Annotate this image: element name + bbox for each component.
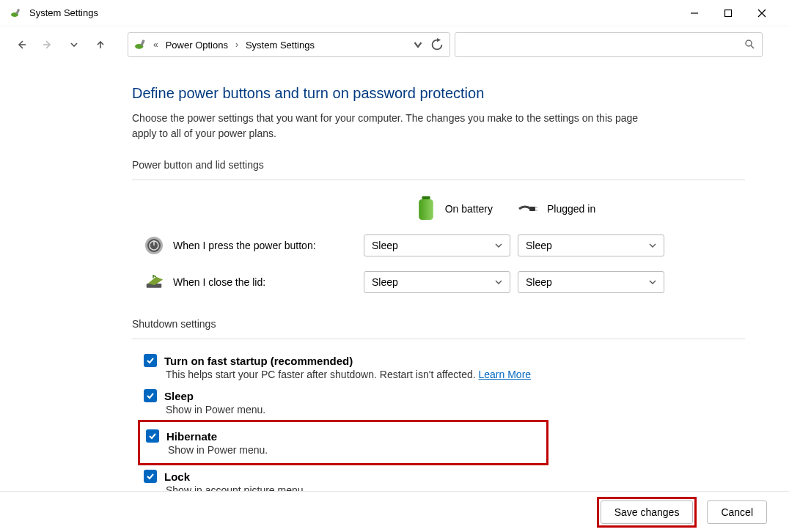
laptop-lid-icon bbox=[144, 272, 164, 292]
page-title: Define power buttons and turn on passwor… bbox=[132, 85, 745, 102]
select-lid-battery[interactable]: Sleep bbox=[364, 271, 510, 293]
breadcrumb-power-options[interactable]: Power Options bbox=[164, 38, 230, 52]
power-button-icon bbox=[144, 235, 164, 256]
column-label-plugged: Plugged in bbox=[547, 203, 595, 215]
svg-rect-13 bbox=[419, 199, 433, 220]
chevron-right-icon: › bbox=[235, 40, 238, 50]
divider bbox=[132, 339, 745, 339]
power-options-icon bbox=[134, 38, 147, 51]
svg-line-11 bbox=[751, 45, 754, 48]
refresh-icon[interactable] bbox=[430, 38, 444, 51]
checkbox-sleep[interactable] bbox=[144, 389, 157, 402]
select-value: Sleep bbox=[372, 276, 398, 288]
svg-rect-14 bbox=[529, 207, 535, 211]
content-area: Define power buttons and turn on passwor… bbox=[0, 63, 789, 500]
row-label-close-lid: When I close the lid: bbox=[173, 276, 265, 288]
checkbox-hibernate[interactable] bbox=[146, 429, 159, 443]
cancel-button[interactable]: Cancel bbox=[707, 500, 767, 524]
close-button[interactable] bbox=[745, 0, 779, 26]
option-fast-startup: Turn on fast startup (recommended) This … bbox=[144, 350, 745, 385]
select-power-plugged[interactable]: Sleep bbox=[518, 234, 664, 256]
option-sleep: Sleep Show in Power menu. bbox=[144, 385, 745, 420]
column-label-battery: On battery bbox=[445, 203, 493, 215]
select-value: Sleep bbox=[526, 240, 552, 251]
select-value: Sleep bbox=[372, 240, 398, 251]
save-button[interactable]: Save changes bbox=[601, 500, 694, 524]
address-bar[interactable]: « Power Options › System Settings bbox=[128, 32, 450, 57]
page-description: Choose the power settings that you want … bbox=[132, 111, 660, 141]
svg-rect-9 bbox=[140, 40, 144, 46]
chevron-down-icon bbox=[495, 242, 502, 249]
select-power-battery[interactable]: Sleep bbox=[364, 234, 510, 256]
maximize-button[interactable] bbox=[711, 0, 745, 26]
titlebar: System Settings bbox=[0, 0, 789, 26]
select-lid-plugged[interactable]: Sleep bbox=[518, 271, 664, 293]
option-description: This helps start your PC faster after sh… bbox=[166, 369, 745, 380]
column-header-battery: On battery bbox=[364, 191, 510, 227]
column-header-plugged: Plugged in bbox=[518, 191, 664, 227]
section-power-button: Power button and lid settings On battery… bbox=[132, 159, 745, 300]
chevron-left-icon: « bbox=[153, 40, 158, 50]
search-icon bbox=[744, 39, 755, 51]
checkbox-fast-startup[interactable] bbox=[144, 354, 157, 367]
up-button[interactable] bbox=[89, 34, 111, 56]
navbar: « Power Options › System Settings bbox=[0, 26, 789, 63]
option-title: Turn on fast startup (recommended) bbox=[164, 355, 353, 367]
chevron-down-icon bbox=[649, 278, 656, 286]
highlight-save: Save changes bbox=[597, 497, 697, 528]
svg-rect-12 bbox=[422, 196, 430, 199]
forward-button[interactable] bbox=[37, 34, 59, 56]
option-title: Sleep bbox=[164, 390, 194, 402]
option-title: Hibernate bbox=[166, 430, 217, 443]
minimize-button[interactable] bbox=[678, 0, 711, 26]
chevron-down-icon bbox=[649, 242, 656, 249]
svg-point-10 bbox=[746, 40, 752, 46]
learn-more-link[interactable]: Learn More bbox=[479, 369, 532, 380]
select-value: Sleep bbox=[526, 276, 552, 288]
history-button[interactable] bbox=[63, 34, 85, 56]
checkbox-lock[interactable] bbox=[144, 470, 157, 483]
section-heading-shutdown: Shutdown settings bbox=[132, 318, 745, 331]
row-label-power-button: When I press the power button: bbox=[173, 240, 316, 251]
row-close-lid: When I close the lid: bbox=[144, 264, 356, 300]
highlight-hibernate: Hibernate Show in Power menu. bbox=[138, 420, 548, 465]
row-power-button: When I press the power button: bbox=[144, 227, 356, 264]
section-heading-power-button: Power button and lid settings bbox=[132, 159, 745, 172]
option-title: Lock bbox=[164, 470, 190, 483]
plug-icon bbox=[518, 199, 538, 219]
search-box[interactable] bbox=[455, 32, 763, 57]
svg-rect-1 bbox=[15, 8, 20, 14]
footer: Save changes Cancel bbox=[0, 491, 789, 532]
back-button[interactable] bbox=[10, 34, 32, 56]
option-hibernate: Hibernate Show in Power menu. bbox=[146, 425, 540, 460]
svg-rect-3 bbox=[725, 10, 732, 16]
chevron-down-icon[interactable] bbox=[411, 38, 425, 51]
breadcrumb-system-settings[interactable]: System Settings bbox=[244, 38, 316, 52]
option-description: Show in Power menu. bbox=[168, 444, 540, 456]
section-shutdown: Shutdown settings Turn on fast startup (… bbox=[132, 318, 745, 500]
app-icon bbox=[10, 7, 22, 19]
option-description: Show in Power menu. bbox=[166, 404, 745, 415]
chevron-down-icon bbox=[495, 278, 502, 286]
window-title: System Settings bbox=[29, 7, 98, 18]
divider bbox=[132, 180, 745, 180]
battery-icon bbox=[416, 199, 436, 219]
